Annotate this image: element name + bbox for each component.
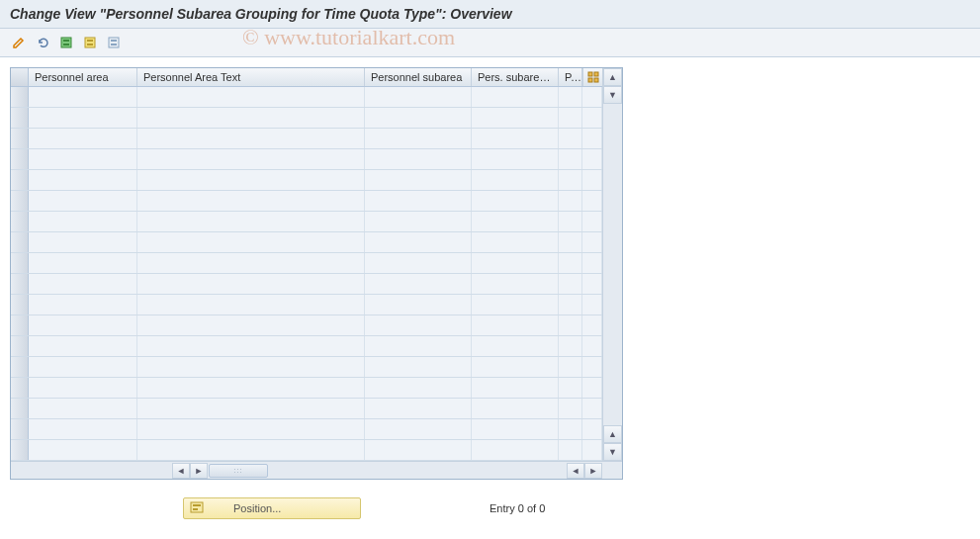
cell[interactable] — [137, 108, 365, 128]
cell[interactable] — [29, 191, 137, 211]
cell[interactable] — [472, 315, 559, 335]
cell[interactable] — [559, 295, 582, 314]
cell[interactable] — [472, 399, 559, 418]
table-row[interactable] — [11, 274, 602, 295]
cell[interactable] — [472, 274, 559, 294]
row-selector[interactable] — [11, 232, 29, 252]
cell[interactable] — [559, 212, 582, 231]
cell[interactable] — [29, 87, 137, 107]
cell[interactable] — [559, 274, 582, 294]
col-header-personnel-area[interactable]: Personnel area — [29, 68, 137, 86]
cell[interactable] — [365, 253, 472, 273]
cell[interactable] — [472, 232, 559, 252]
cell[interactable] — [472, 212, 559, 231]
cell[interactable] — [137, 336, 365, 356]
table-row[interactable] — [11, 440, 602, 461]
table-row[interactable] — [11, 170, 602, 191]
scroll-up-end-button[interactable]: ▲ — [603, 425, 622, 443]
cell[interactable] — [472, 191, 559, 211]
cell[interactable] — [559, 191, 582, 211]
cell[interactable] — [365, 212, 472, 231]
scroll-down-end-button[interactable]: ▼ — [603, 443, 622, 461]
cell[interactable] — [472, 378, 559, 398]
cell[interactable] — [365, 129, 472, 148]
cell[interactable] — [559, 108, 582, 128]
cell[interactable] — [559, 378, 582, 398]
row-selector[interactable] — [11, 108, 29, 128]
cell[interactable] — [137, 191, 365, 211]
cell[interactable] — [472, 170, 559, 190]
edit-button[interactable] — [8, 33, 30, 52]
table-row[interactable] — [11, 399, 602, 419]
cell[interactable] — [365, 315, 472, 335]
scroll-down-button[interactable]: ▼ — [603, 86, 622, 104]
cell[interactable] — [29, 336, 137, 356]
row-selector[interactable] — [11, 399, 29, 418]
cell[interactable] — [137, 399, 365, 418]
table-row[interactable] — [11, 232, 602, 253]
row-selector[interactable] — [11, 274, 29, 294]
cell[interactable] — [365, 378, 472, 398]
cell[interactable] — [137, 170, 365, 190]
cell[interactable] — [29, 129, 137, 148]
cell[interactable] — [472, 336, 559, 356]
cell[interactable] — [559, 253, 582, 273]
cell[interactable] — [559, 149, 582, 169]
cell[interactable] — [29, 440, 137, 460]
vscroll-track[interactable] — [603, 104, 622, 425]
cell[interactable] — [137, 357, 365, 377]
table-row[interactable] — [11, 87, 602, 108]
row-selector[interactable] — [11, 295, 29, 314]
cell[interactable] — [365, 419, 472, 439]
cell[interactable] — [472, 149, 559, 169]
cell[interactable] — [137, 212, 365, 231]
cell[interactable] — [472, 253, 559, 273]
row-selector[interactable] — [11, 440, 29, 460]
cell[interactable] — [365, 440, 472, 460]
cell[interactable] — [29, 170, 137, 190]
cell[interactable] — [472, 419, 559, 439]
table-row[interactable] — [11, 336, 602, 357]
cell[interactable] — [559, 87, 582, 107]
cell[interactable] — [472, 129, 559, 148]
cell[interactable] — [365, 295, 472, 314]
table-row[interactable] — [11, 378, 602, 399]
table-row[interactable] — [11, 129, 602, 149]
cell[interactable] — [137, 315, 365, 335]
cell[interactable] — [137, 253, 365, 273]
table-row[interactable] — [11, 149, 602, 170]
cell[interactable] — [559, 336, 582, 356]
cell[interactable] — [472, 440, 559, 460]
scroll-right-end-button[interactable]: ► — [584, 463, 602, 479]
cell[interactable] — [559, 357, 582, 377]
cell[interactable] — [365, 149, 472, 169]
deselect-all-button[interactable] — [103, 33, 125, 52]
row-selector[interactable] — [11, 315, 29, 335]
table-settings-button[interactable] — [582, 68, 602, 86]
hscroll-thumb[interactable]: ::: — [209, 464, 268, 478]
cell[interactable] — [137, 232, 365, 252]
cell[interactable] — [365, 108, 472, 128]
cell[interactable] — [472, 108, 559, 128]
cell[interactable] — [29, 149, 137, 169]
cell[interactable] — [559, 129, 582, 148]
scroll-up-button[interactable]: ▲ — [603, 68, 622, 86]
cell[interactable] — [137, 378, 365, 398]
row-selector[interactable] — [11, 191, 29, 211]
cell[interactable] — [29, 419, 137, 439]
cell[interactable] — [365, 232, 472, 252]
vertical-scrollbar[interactable]: ▲ ▼ ▲ ▼ — [602, 68, 622, 461]
select-block-button[interactable] — [79, 33, 101, 52]
cell[interactable] — [29, 253, 137, 273]
cell[interactable] — [137, 129, 365, 148]
scroll-left-end-button[interactable]: ◄ — [567, 463, 584, 479]
cell[interactable] — [559, 170, 582, 190]
cell[interactable] — [365, 170, 472, 190]
cell[interactable] — [137, 274, 365, 294]
cell[interactable] — [29, 108, 137, 128]
table-row[interactable] — [11, 315, 602, 336]
cell[interactable] — [559, 232, 582, 252]
row-selector[interactable] — [11, 378, 29, 398]
cell[interactable] — [29, 274, 137, 294]
row-selector[interactable] — [11, 129, 29, 148]
